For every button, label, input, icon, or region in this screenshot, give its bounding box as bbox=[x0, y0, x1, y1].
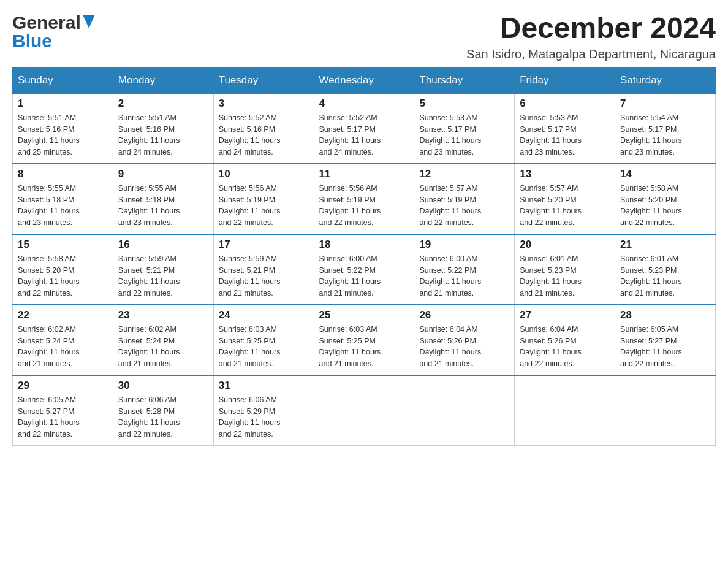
day-number: 12 bbox=[419, 168, 509, 180]
day-info: Sunrise: 5:52 AMSunset: 5:16 PMDaylight:… bbox=[219, 112, 309, 158]
day-info: Sunrise: 5:59 AMSunset: 5:21 PMDaylight:… bbox=[118, 253, 208, 299]
day-info: Sunrise: 5:57 AMSunset: 5:20 PMDaylight:… bbox=[520, 183, 610, 229]
column-header-thursday: Thursday bbox=[414, 67, 515, 93]
day-info: Sunrise: 5:51 AMSunset: 5:16 PMDaylight:… bbox=[18, 112, 108, 158]
day-number: 11 bbox=[319, 168, 409, 180]
calendar-cell: 21Sunrise: 6:01 AMSunset: 5:23 PMDayligh… bbox=[615, 234, 716, 305]
day-info: Sunrise: 5:55 AMSunset: 5:18 PMDaylight:… bbox=[18, 183, 108, 229]
day-info: Sunrise: 6:03 AMSunset: 5:25 PMDaylight:… bbox=[319, 324, 409, 370]
calendar-cell: 14Sunrise: 5:58 AMSunset: 5:20 PMDayligh… bbox=[615, 164, 716, 234]
day-number: 4 bbox=[319, 98, 409, 110]
page-header: General Blue December 2024 San Isidro, M… bbox=[12, 12, 716, 61]
day-number: 18 bbox=[319, 239, 409, 251]
calendar-cell bbox=[515, 375, 615, 446]
calendar-cell: 24Sunrise: 6:03 AMSunset: 5:25 PMDayligh… bbox=[213, 305, 314, 375]
column-header-friday: Friday bbox=[515, 67, 615, 93]
day-info: Sunrise: 5:56 AMSunset: 5:19 PMDaylight:… bbox=[219, 183, 309, 229]
day-number: 27 bbox=[520, 309, 610, 321]
day-number: 6 bbox=[520, 98, 610, 110]
svg-marker-0 bbox=[83, 15, 95, 28]
calendar-table: SundayMondayTuesdayWednesdayThursdayFrid… bbox=[12, 67, 716, 446]
calendar-week-row: 29Sunrise: 6:05 AMSunset: 5:27 PMDayligh… bbox=[13, 375, 716, 446]
calendar-cell: 13Sunrise: 5:57 AMSunset: 5:20 PMDayligh… bbox=[515, 164, 615, 234]
day-number: 16 bbox=[118, 239, 208, 251]
column-header-tuesday: Tuesday bbox=[213, 67, 314, 93]
day-number: 22 bbox=[18, 309, 108, 321]
calendar-cell: 25Sunrise: 6:03 AMSunset: 5:25 PMDayligh… bbox=[314, 305, 414, 375]
column-header-monday: Monday bbox=[113, 67, 213, 93]
calendar-cell: 8Sunrise: 5:55 AMSunset: 5:18 PMDaylight… bbox=[13, 164, 113, 234]
day-number: 31 bbox=[219, 380, 309, 392]
day-info: Sunrise: 5:55 AMSunset: 5:18 PMDaylight:… bbox=[118, 183, 208, 229]
day-number: 28 bbox=[620, 309, 710, 321]
day-number: 19 bbox=[419, 239, 509, 251]
calendar-cell: 10Sunrise: 5:56 AMSunset: 5:19 PMDayligh… bbox=[213, 164, 314, 234]
location-subtitle: San Isidro, Matagalpa Department, Nicara… bbox=[466, 47, 716, 61]
day-number: 5 bbox=[419, 98, 509, 110]
day-info: Sunrise: 6:05 AMSunset: 5:27 PMDaylight:… bbox=[620, 324, 710, 370]
day-info: Sunrise: 6:04 AMSunset: 5:26 PMDaylight:… bbox=[419, 324, 509, 370]
calendar-cell: 7Sunrise: 5:54 AMSunset: 5:17 PMDaylight… bbox=[615, 93, 716, 164]
calendar-cell: 30Sunrise: 6:06 AMSunset: 5:28 PMDayligh… bbox=[113, 375, 213, 446]
calendar-cell: 31Sunrise: 6:06 AMSunset: 5:29 PMDayligh… bbox=[213, 375, 314, 446]
calendar-week-row: 22Sunrise: 6:02 AMSunset: 5:24 PMDayligh… bbox=[13, 305, 716, 375]
calendar-cell: 1Sunrise: 5:51 AMSunset: 5:16 PMDaylight… bbox=[13, 93, 113, 164]
calendar-cell: 3Sunrise: 5:52 AMSunset: 5:16 PMDaylight… bbox=[213, 93, 314, 164]
day-info: Sunrise: 5:58 AMSunset: 5:20 PMDaylight:… bbox=[18, 253, 108, 299]
day-info: Sunrise: 5:53 AMSunset: 5:17 PMDaylight:… bbox=[419, 112, 509, 158]
calendar-cell: 29Sunrise: 6:05 AMSunset: 5:27 PMDayligh… bbox=[13, 375, 113, 446]
day-number: 9 bbox=[118, 168, 208, 180]
day-number: 8 bbox=[18, 168, 108, 180]
calendar-cell: 11Sunrise: 5:56 AMSunset: 5:19 PMDayligh… bbox=[314, 164, 414, 234]
calendar-cell: 26Sunrise: 6:04 AMSunset: 5:26 PMDayligh… bbox=[414, 305, 515, 375]
calendar-week-row: 15Sunrise: 5:58 AMSunset: 5:20 PMDayligh… bbox=[13, 234, 716, 305]
day-number: 13 bbox=[520, 168, 610, 180]
calendar-cell: 20Sunrise: 6:01 AMSunset: 5:23 PMDayligh… bbox=[515, 234, 615, 305]
calendar-week-row: 8Sunrise: 5:55 AMSunset: 5:18 PMDaylight… bbox=[13, 164, 716, 234]
calendar-cell: 16Sunrise: 5:59 AMSunset: 5:21 PMDayligh… bbox=[113, 234, 213, 305]
logo-general-text: General bbox=[12, 12, 81, 33]
day-info: Sunrise: 6:02 AMSunset: 5:24 PMDaylight:… bbox=[18, 324, 108, 370]
calendar-cell: 18Sunrise: 6:00 AMSunset: 5:22 PMDayligh… bbox=[314, 234, 414, 305]
calendar-cell: 27Sunrise: 6:04 AMSunset: 5:26 PMDayligh… bbox=[515, 305, 615, 375]
day-number: 1 bbox=[18, 98, 108, 110]
day-info: Sunrise: 5:53 AMSunset: 5:17 PMDaylight:… bbox=[520, 112, 610, 158]
calendar-cell: 28Sunrise: 6:05 AMSunset: 5:27 PMDayligh… bbox=[615, 305, 716, 375]
calendar-cell: 9Sunrise: 5:55 AMSunset: 5:18 PMDaylight… bbox=[113, 164, 213, 234]
calendar-cell bbox=[414, 375, 515, 446]
day-number: 20 bbox=[520, 239, 610, 251]
day-number: 10 bbox=[219, 168, 309, 180]
calendar-cell: 15Sunrise: 5:58 AMSunset: 5:20 PMDayligh… bbox=[13, 234, 113, 305]
day-info: Sunrise: 5:52 AMSunset: 5:17 PMDaylight:… bbox=[319, 112, 409, 158]
day-info: Sunrise: 6:00 AMSunset: 5:22 PMDaylight:… bbox=[319, 253, 409, 299]
calendar-cell: 22Sunrise: 6:02 AMSunset: 5:24 PMDayligh… bbox=[13, 305, 113, 375]
day-info: Sunrise: 6:01 AMSunset: 5:23 PMDaylight:… bbox=[520, 253, 610, 299]
calendar-cell bbox=[615, 375, 716, 446]
calendar-cell: 4Sunrise: 5:52 AMSunset: 5:17 PMDaylight… bbox=[314, 93, 414, 164]
calendar-cell bbox=[314, 375, 414, 446]
calendar-cell: 5Sunrise: 5:53 AMSunset: 5:17 PMDaylight… bbox=[414, 93, 515, 164]
day-info: Sunrise: 6:06 AMSunset: 5:28 PMDaylight:… bbox=[118, 394, 208, 440]
logo-blue-text: Blue bbox=[12, 31, 52, 52]
calendar-cell: 12Sunrise: 5:57 AMSunset: 5:19 PMDayligh… bbox=[414, 164, 515, 234]
day-info: Sunrise: 5:54 AMSunset: 5:17 PMDaylight:… bbox=[620, 112, 710, 158]
day-info: Sunrise: 5:59 AMSunset: 5:21 PMDaylight:… bbox=[219, 253, 309, 299]
day-number: 15 bbox=[18, 239, 108, 251]
logo-arrow-icon bbox=[83, 15, 95, 31]
day-info: Sunrise: 6:00 AMSunset: 5:22 PMDaylight:… bbox=[419, 253, 509, 299]
day-number: 23 bbox=[118, 309, 208, 321]
day-number: 25 bbox=[319, 309, 409, 321]
day-number: 3 bbox=[219, 98, 309, 110]
calendar-cell: 17Sunrise: 5:59 AMSunset: 5:21 PMDayligh… bbox=[213, 234, 314, 305]
day-number: 17 bbox=[219, 239, 309, 251]
day-info: Sunrise: 6:03 AMSunset: 5:25 PMDaylight:… bbox=[219, 324, 309, 370]
calendar-header-row: SundayMondayTuesdayWednesdayThursdayFrid… bbox=[13, 67, 716, 93]
day-info: Sunrise: 5:56 AMSunset: 5:19 PMDaylight:… bbox=[319, 183, 409, 229]
column-header-sunday: Sunday bbox=[13, 67, 113, 93]
day-number: 26 bbox=[419, 309, 509, 321]
day-number: 2 bbox=[118, 98, 208, 110]
logo: General Blue bbox=[12, 12, 95, 52]
day-number: 30 bbox=[118, 380, 208, 392]
day-info: Sunrise: 6:02 AMSunset: 5:24 PMDaylight:… bbox=[118, 324, 208, 370]
day-info: Sunrise: 5:58 AMSunset: 5:20 PMDaylight:… bbox=[620, 183, 710, 229]
